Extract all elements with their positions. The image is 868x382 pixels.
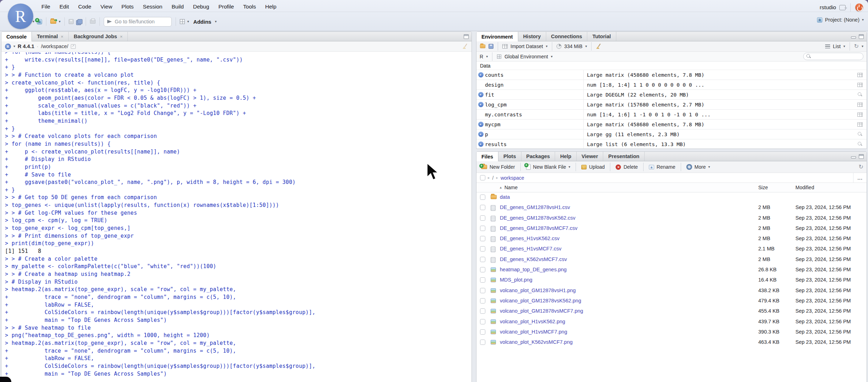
file-name-link[interactable]: volcano_plot_H1vsMCF7.png	[500, 329, 567, 335]
menu-plots[interactable]: Plots	[117, 2, 138, 12]
environment-object-row[interactable]: ▸mycpmLarge matrix (458680 elements, 7.8…	[476, 120, 867, 129]
view-table-icon[interactable]	[857, 112, 863, 117]
file-name-link[interactable]: data	[500, 194, 510, 200]
menu-code[interactable]: Code	[74, 2, 96, 12]
environment-selector[interactable]: Global Environment	[504, 54, 548, 59]
environment-tab-environment[interactable]: Environment	[476, 32, 518, 41]
load-workspace-icon[interactable]	[480, 45, 485, 48]
view-table-icon[interactable]	[857, 83, 863, 87]
menu-tools[interactable]: Tools	[239, 2, 261, 12]
environment-tab-connections[interactable]: Connections	[546, 32, 588, 41]
file-name-link[interactable]: DE_genes_GM12878vsMCF7.csv	[500, 225, 577, 231]
maximize-pane-icon[interactable]	[464, 34, 469, 39]
menu-file[interactable]: File	[37, 2, 55, 12]
file-name-link[interactable]: volcano_plot_GM12878vsMCF7.png	[500, 308, 583, 314]
file-row[interactable]: DE_genes_H1vsK562.csv2 MBSep 23, 2024, 1…	[476, 234, 867, 244]
import-dataset-caret-icon[interactable]: ▾	[546, 45, 548, 48]
name-column-header[interactable]: ▲ Name	[499, 185, 518, 190]
file-name-link[interactable]: volcano_plot_H1vsK562.png	[500, 319, 565, 324]
close-tab-icon[interactable]: ×	[61, 34, 64, 39]
file-checkbox[interactable]	[480, 257, 485, 262]
file-checkbox[interactable]	[480, 277, 485, 283]
file-row[interactable]: data	[476, 192, 867, 203]
menu-edit[interactable]: Edit	[55, 2, 74, 12]
files-tab-help[interactable]: Help	[555, 152, 576, 161]
expand-object-icon[interactable]: ▸	[478, 102, 484, 107]
inspect-object-icon[interactable]	[858, 132, 862, 137]
list-view-caret-icon[interactable]: ▾	[844, 45, 845, 48]
file-row[interactable]: volcano_plot_GM12878vsH1.png438.2 KBSep …	[476, 286, 867, 296]
open-file-icon[interactable]: ➜	[50, 19, 56, 24]
file-checkbox[interactable]	[480, 236, 485, 241]
environment-object-row[interactable]: ▸pLarge gg (11 elements, 2.3 MB)	[476, 129, 867, 139]
console-tab-terminal[interactable]: Terminal×	[32, 32, 69, 41]
project-row[interactable]: R Project: (None) ▾	[817, 17, 864, 23]
expand-object-icon[interactable]: ▸	[478, 122, 484, 127]
file-row[interactable]: DE_genes_K562vsMCF7.csv2 MBSep 23, 2024,…	[476, 255, 867, 265]
power-quit-icon[interactable]	[855, 4, 863, 11]
open-file-caret-icon[interactable]: ▾	[59, 20, 61, 23]
refresh-files-icon[interactable]: ↻	[859, 164, 863, 170]
minimize-pane-icon[interactable]	[851, 156, 856, 158]
file-checkbox[interactable]	[480, 308, 485, 314]
menu-profile[interactable]: Profile	[214, 2, 239, 12]
console-output-area[interactable]: > for (name in names(results)) {+ write.…	[1, 52, 472, 382]
import-dataset-button[interactable]: Import Dataset	[510, 44, 543, 49]
addins-grid-icon[interactable]	[180, 19, 185, 24]
file-checkbox[interactable]	[480, 329, 485, 335]
environment-object-row[interactable]: ▸countsLarge matrix (458680 elements, 7.…	[476, 70, 867, 80]
addins-grid-caret-icon[interactable]: ▾	[187, 20, 189, 23]
menu-build[interactable]: Build	[167, 2, 188, 12]
file-name-link[interactable]: heatmap_top_DE_genes.png	[500, 267, 567, 272]
expand-object-icon[interactable]: ▸	[478, 132, 484, 137]
files-tab-presentation[interactable]: Presentation	[603, 152, 645, 161]
sign-out-icon[interactable]	[839, 5, 846, 10]
addins-caret-icon[interactable]: ▾	[215, 20, 217, 23]
breadcrumb-ellipsis-button[interactable]: ...	[853, 173, 867, 183]
file-row[interactable]: volcano_plot_GM12878vsMCF7.png455.4 KBSe…	[476, 306, 867, 317]
file-checkbox[interactable]	[480, 267, 485, 272]
environment-object-row[interactable]: designnum [1:8, 1:4] 1 1 0 0 0 0 0 0 0 0…	[476, 80, 867, 90]
modified-column-header[interactable]: Modified	[795, 185, 814, 190]
more-button[interactable]: More▾	[685, 164, 712, 170]
close-tab-icon[interactable]: ×	[120, 34, 123, 39]
file-name-link[interactable]: volcano_plot_GM12878vsH1.png	[500, 288, 576, 293]
new-project-icon[interactable]: R+	[37, 19, 42, 24]
memory-caret-icon[interactable]: ▾	[585, 45, 587, 48]
file-name-link[interactable]: MDS_plot.png	[500, 277, 532, 283]
console-tab-background-jobs[interactable]: Background Jobs×	[69, 32, 128, 41]
list-view-button[interactable]: List	[833, 44, 841, 49]
size-column-header[interactable]: Size	[758, 185, 768, 190]
files-tab-files[interactable]: Files	[476, 152, 498, 161]
new-folder-button[interactable]: +New Folder	[480, 164, 516, 170]
addins-button[interactable]: Addins	[193, 19, 211, 25]
upload-button[interactable]: ↑Upload	[580, 164, 606, 170]
maximize-pane-icon[interactable]	[859, 154, 864, 159]
language-caret-icon[interactable]: ▾	[486, 55, 488, 58]
console-tab-console[interactable]: Console	[1, 32, 32, 41]
file-checkbox[interactable]	[480, 340, 485, 345]
environment-caret-icon[interactable]: ▾	[551, 55, 553, 58]
environment-object-row[interactable]: ▸fitLarge DGEGLM (22 elements, 20 MB)	[476, 90, 867, 100]
file-checkbox[interactable]	[480, 288, 485, 293]
expand-object-icon[interactable]: ▸	[478, 141, 484, 147]
new-file-caret-icon[interactable]: ▾	[33, 20, 34, 23]
environment-object-row[interactable]: my.contrastsnum [1:4, 1:6] 1 -1 0 0 1 0 …	[476, 110, 867, 120]
refresh-caret-icon[interactable]: ▾	[862, 45, 863, 48]
open-in-window-icon[interactable]	[71, 44, 76, 49]
delete-button[interactable]: ×Delete	[614, 164, 639, 170]
select-all-checkbox[interactable]	[480, 175, 485, 180]
clear-environment-icon[interactable]	[596, 44, 601, 49]
file-row[interactable]: heatmap_top_DE_genes.png26.8 KBSep 23, 2…	[476, 265, 867, 275]
file-row[interactable]: DE_genes_GM12878vsK562.csv2 MBSep 23, 20…	[476, 213, 867, 224]
menu-help[interactable]: Help	[261, 2, 281, 12]
maximize-pane-icon[interactable]	[859, 34, 864, 39]
inspect-object-icon[interactable]	[858, 92, 862, 97]
environment-object-row[interactable]: ▸resultsLarge list (6 elements, 13.3 MB)	[476, 139, 867, 149]
file-name-link[interactable]: DE_genes_GM12878vsH1.csv	[500, 204, 570, 210]
file-checkbox[interactable]	[480, 205, 485, 210]
expand-object-icon[interactable]: ▸	[478, 92, 484, 97]
r-language-icon[interactable]: R	[5, 44, 11, 50]
file-name-link[interactable]: volcano_plot_K562vsMCF7.png	[500, 339, 573, 345]
file-row[interactable]: MDS_plot.png16.4 KBSep 23, 2024, 12:56 P…	[476, 275, 867, 285]
